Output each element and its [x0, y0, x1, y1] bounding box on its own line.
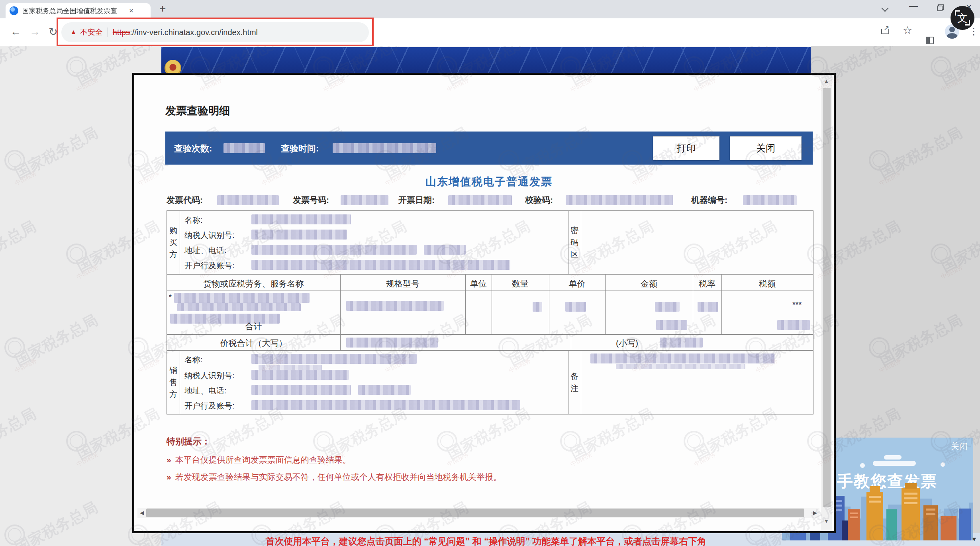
total-amount-redacted: [656, 320, 687, 330]
dialog-title: 发票查验明细: [165, 104, 230, 118]
col-header-amount: 金额: [605, 278, 693, 289]
window-chevron-icon[interactable]: [881, 4, 888, 12]
invoice-date-label: 开票日期:: [398, 194, 435, 206]
cloud-shape: [884, 455, 902, 460]
bookmark-star-icon[interactable]: ☆: [903, 24, 912, 37]
item-price-redacted: [565, 302, 586, 312]
dialog-close-button[interactable]: 关闭: [730, 136, 802, 160]
notice-item: »本平台仅提供所查询发票票面信息的查验结果。: [167, 454, 351, 465]
browser-tab[interactable]: 国家税务总局全国增值税发票查 ×: [6, 3, 151, 18]
side-panel-icon[interactable]: [926, 37, 934, 44]
notice-marker: »: [167, 472, 171, 481]
seller-side-label: 销售方: [167, 350, 180, 414]
new-tab-button[interactable]: +: [159, 2, 166, 15]
seller-taxid-label: 纳税人识别号:: [184, 370, 235, 381]
check-time-label: 查验时间:: [281, 143, 319, 155]
seller-bank-redacted: [251, 400, 520, 410]
buyer-side-label: 购买方: [167, 211, 180, 274]
password-area-label: 密码区: [568, 211, 581, 274]
machine-number-label: 机器编号:: [691, 194, 727, 206]
buyer-bank-redacted: [251, 260, 510, 270]
browser-tab-strip: 国家税务总局全国增值税发票查 × + — ×: [0, 0, 980, 18]
amount-figures-redacted: [660, 338, 703, 348]
amount-words-row: 价税合计（大写） (小写): [167, 334, 813, 351]
col-header-unit: 单位: [465, 278, 492, 289]
invoice-code-label: 发票代码:: [167, 194, 203, 206]
address-bar-highlight-box: [57, 18, 374, 46]
seller-section: 销售方 名称: 纳税人识别号: 地址、电话: 开户行及账号: 备注: [167, 350, 813, 414]
buyer-section: 购买方 名称: 纳税人识别号: 地址、电话: 开户行及账号: 密码区: [167, 210, 813, 274]
remark-redacted: [590, 354, 775, 363]
total-tax-redacted: [777, 320, 810, 330]
total-row-label: 合计: [167, 321, 340, 332]
check-count-label: 查验次数:: [174, 143, 212, 155]
amount-words-redacted: [346, 338, 438, 348]
seller-name-label: 名称:: [184, 354, 203, 365]
invoice-verification-dialog: 发票查验明细 查验次数: 查验时间: 打印 关闭 山东增值税电子普通发票 发票代…: [132, 73, 836, 533]
cloud-dot: [941, 462, 945, 467]
minimize-button[interactable]: —: [909, 1, 918, 11]
buyer-taxid-label: 纳税人识别号:: [184, 230, 235, 241]
check-time-redacted: [333, 143, 436, 153]
col-header-taxrate: 税率: [693, 278, 721, 289]
promo-close-button[interactable]: 关闭: [951, 441, 968, 452]
cloud-shape: [873, 461, 916, 466]
seller-bank-label: 开户行及账号:: [184, 401, 235, 411]
item-amount-redacted: [655, 302, 680, 312]
site-header-band: [161, 47, 811, 74]
hscroll-left-arrow[interactable]: ◀: [140, 510, 144, 516]
forward-button[interactable]: →: [29, 26, 40, 38]
seller-address-redacted: [251, 385, 351, 395]
invoice-number-label: 发票号码:: [293, 194, 329, 206]
modal-horizontal-scrollbar[interactable]: ◀ ▶: [137, 508, 819, 518]
item-taxrate-redacted: [698, 302, 718, 312]
vscroll-up-arrow[interactable]: ▲: [824, 78, 829, 84]
check-count-redacted: [223, 143, 265, 153]
restore-window-button[interactable]: [937, 4, 944, 11]
tab-title: 国家税务总局全国增值税发票查: [22, 6, 127, 16]
seller-address-label: 地址、电话:: [184, 385, 227, 396]
back-button[interactable]: ←: [10, 26, 21, 38]
hscroll-right-arrow[interactable]: ▶: [813, 510, 817, 516]
vscroll-thumb[interactable]: [823, 88, 831, 507]
tab-favicon-icon: [10, 6, 18, 15]
remark-label: 备注: [568, 350, 581, 414]
buyer-address-redacted: [251, 245, 417, 255]
notice-item: »若发现发票查验结果与实际交易不符，任何单位或个人有权拒收并向当地税务机关举报。: [167, 471, 502, 483]
hscroll-thumb[interactable]: [146, 509, 804, 517]
national-emblem-icon: [165, 60, 181, 74]
invoice-number-redacted: [341, 195, 388, 205]
share-icon[interactable]: [881, 27, 889, 34]
seller-phone-redacted: [358, 385, 411, 395]
tab-close-icon[interactable]: ×: [129, 6, 133, 15]
item-tax-masked: ***: [792, 300, 802, 309]
amount-words-label: 价税合计（大写）: [167, 338, 340, 349]
remark2-redacted: [616, 364, 745, 369]
machine-number-redacted: [743, 195, 797, 205]
item-qty-redacted: [533, 302, 542, 312]
print-button[interactable]: 打印: [653, 136, 719, 160]
vscroll-down-arrow[interactable]: ▼: [824, 518, 829, 524]
col-header-price: 单价: [549, 278, 605, 289]
verification-info-bar: 查验次数: 查验时间: 打印 关闭: [165, 132, 813, 165]
invoice-date-redacted: [448, 195, 512, 205]
notice-marker: »: [167, 455, 171, 464]
page-scroll-down-arrow[interactable]: ▼: [971, 536, 977, 542]
amount-figures-label: (小写): [616, 338, 638, 349]
col-header-qty: 数量: [492, 278, 549, 289]
item-prefix: *: [169, 293, 172, 301]
buyer-bank-label: 开户行及账号:: [184, 260, 235, 271]
seller-taxid-redacted: [251, 370, 349, 380]
modal-vertical-scrollbar[interactable]: ▲ ▼: [821, 75, 832, 530]
checksum-label: 校验码:: [525, 194, 553, 206]
notice-title: 特别提示：: [167, 436, 210, 448]
buyer-name-redacted: [251, 214, 351, 224]
buyer-name-label: 名称:: [184, 215, 203, 226]
translate-overlay-icon[interactable]: 文: [951, 6, 974, 30]
col-header-item-name: 货物或应税劳务、服务名称: [167, 278, 340, 289]
invoice-code-redacted: [217, 195, 279, 205]
buyer-address-label: 地址、电话:: [184, 245, 227, 256]
col-header-taxamt: 税额: [721, 278, 813, 289]
footer-tip-text: 首次使用本平台，建议您点击页面上的 “常见问题” 和 “操作说明” 功能菜单了解…: [161, 535, 811, 546]
buyer-phone-redacted: [424, 245, 466, 255]
